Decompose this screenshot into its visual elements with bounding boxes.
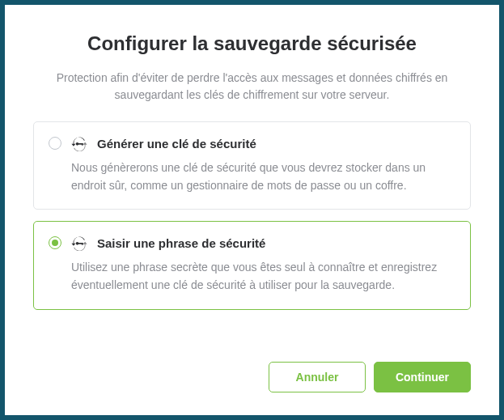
dialog-subtitle: Protection afin d'éviter de perdre l'acc… <box>33 70 471 104</box>
dialog-footer: Annuler Continuer <box>33 362 471 392</box>
key-refresh-icon <box>71 135 87 151</box>
radio-button[interactable] <box>49 137 61 150</box>
option-generate-key[interactable]: Générer une clé de sécurité Nous génèrer… <box>33 121 471 210</box>
key-refresh-icon <box>71 235 87 251</box>
option-description: Utilisez une phrase secrète que vous ête… <box>71 259 455 294</box>
secure-backup-dialog: Configurer la sauvegarde sécurisée Prote… <box>5 5 499 415</box>
option-title: Générer une clé de sécurité <box>97 137 256 151</box>
option-title: Saisir une phrase de sécurité <box>97 236 265 250</box>
svg-rect-5 <box>82 243 83 245</box>
radio-button[interactable] <box>49 236 61 249</box>
cancel-button[interactable]: Annuler <box>269 362 366 392</box>
option-header: Générer une clé de sécurité <box>49 135 455 151</box>
option-enter-passphrase[interactable]: Saisir une phrase de sécurité Utilisez u… <box>33 221 471 309</box>
option-header: Saisir une phrase de sécurité <box>49 235 455 251</box>
dialog-title: Configurer la sauvegarde sécurisée <box>33 32 471 55</box>
option-description: Nous génèrerons une clé de sécurité que … <box>71 159 455 194</box>
svg-rect-2 <box>82 143 83 146</box>
continue-button[interactable]: Continuer <box>374 362 471 392</box>
